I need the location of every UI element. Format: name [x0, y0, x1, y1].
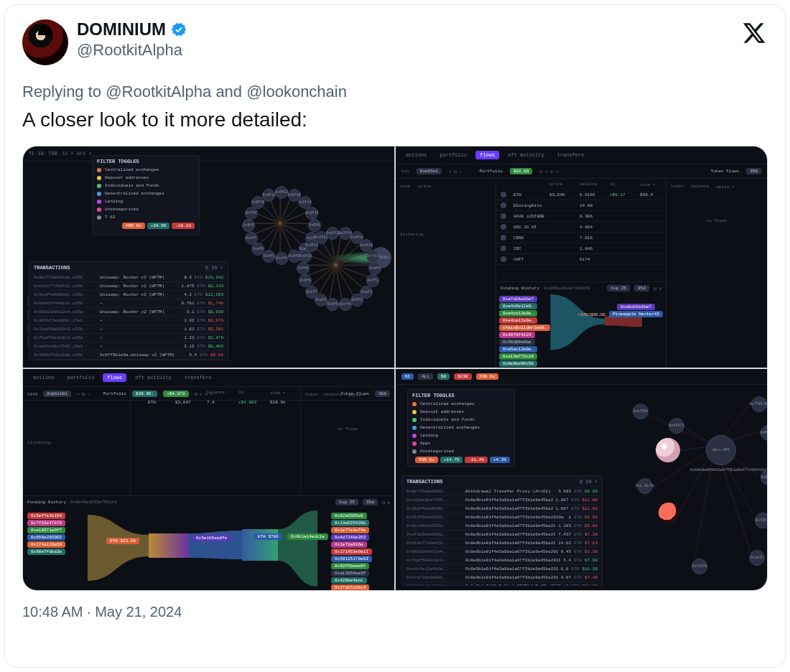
media-grid: TL 10TSR1d ▾ Arb ▾ 0x11f0e3 0x (WFTM) 0x…: [22, 146, 768, 591]
user-handle[interactable]: @RootkitAlpha: [77, 41, 187, 60]
t3-tabs: actionsportfolioflowsnft activitytransfe…: [23, 369, 394, 387]
t1-legend: FILTER TOGGLES Centralized exchangesDepo…: [92, 155, 200, 235]
svg-line-2: [280, 224, 302, 246]
reply-context: Replying to @RootkitAlpha and @lookoncha…: [22, 83, 768, 101]
svg-line-18: [336, 266, 363, 288]
media-image-3[interactable]: actionsportfolioflowsnft activitytransfe…: [23, 369, 394, 590]
t3-funding-history: Funding History 0x3b43ed053e75b1c3 top 2…: [23, 495, 394, 590]
media-image-2[interactable]: actionsportfolioflowsnft activitytransfe…: [396, 146, 767, 368]
t1-graph: 0xf966x 0x0f00x7f10xef20x5f30xcf40x3f50x…: [238, 161, 391, 365]
user-block: DOMINIUM @RootkitAlpha: [77, 19, 187, 60]
t1-topbar: TL 10TSR1d ▾ Arb ▾: [23, 146, 394, 162]
svg-line-23: [309, 266, 335, 288]
svg-rect-35: [149, 533, 189, 558]
reply-mention-2[interactable]: @lookonchain: [246, 83, 347, 101]
t4-topbar: NI ALL $0 $238 FDN 6x: [396, 369, 767, 385]
tweet-card: DOMINIUM @RootkitAlpha Replying to @Root…: [4, 4, 786, 668]
verified-badge-icon: [170, 21, 187, 38]
t4-transactions: TRANSACTIONS @ 1h ▾ 0x8e7f3a0e90b1…Withd…: [401, 475, 603, 586]
x-logo-icon[interactable]: [742, 21, 766, 45]
display-name[interactable]: DOMINIUM: [77, 19, 166, 39]
svg-line-17: [336, 266, 368, 278]
t2-tabs: actionsportfolioflowsnft activitytransfe…: [396, 146, 767, 164]
tweet-timestamp[interactable]: 10:48 AM · May 21, 2024: [22, 604, 768, 620]
media-image-4[interactable]: NI ALL $0 $238 FDN 6x FILTER TOGGLES Cen…: [396, 369, 767, 590]
t2-funding-history: Funding History 0xa95ba3bde7d41959 top 2…: [496, 281, 666, 368]
avatar[interactable]: [22, 19, 68, 65]
media-image-1[interactable]: TL 10TSR1d ▾ Arb ▾ 0x11f0e3 0x (WFTM) 0x…: [23, 146, 394, 368]
reply-mention-1[interactable]: @RootkitAlpha: [106, 83, 211, 101]
t4-graph: Aero API 0x0db3ed059b51e07f3b1e9a477c434…: [611, 383, 764, 587]
t4-legend: FILTER TOGGLES Centralized exchangesDepo…: [407, 389, 515, 467]
tweet-header: DOMINIUM @RootkitAlpha: [22, 19, 768, 65]
tweet-text: A closer look to it more detailed:: [22, 107, 768, 133]
t1-transactions: TRANSACTIONS @ 1h ▾ 0x8e7f3a0e9b1d…a356U…: [29, 261, 228, 360]
